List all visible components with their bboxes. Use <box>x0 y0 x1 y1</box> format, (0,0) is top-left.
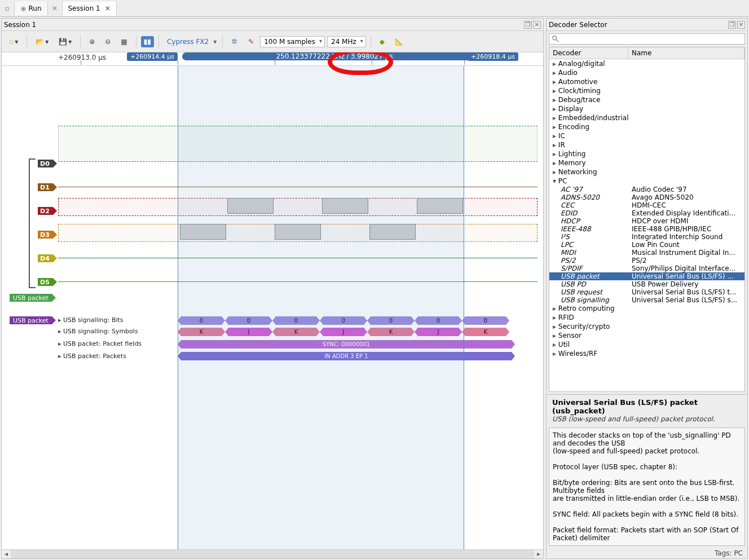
decoder-search-input[interactable] <box>549 33 745 45</box>
session-titlebar: Session 1 ❐ ✕ <box>2 19 543 31</box>
decoder-item[interactable]: MIDIMusical Instrument Digital In... <box>549 249 744 257</box>
decoder-item[interactable]: S/PDIFSony/Philips Digital Interface... <box>549 264 744 272</box>
decoder-category[interactable]: Memory <box>549 158 744 167</box>
session-toolbar: ▫▾ 📂▾ 💾▾ ⊕ ⊖ ▦ ▮▮ Cypress FX2 🛠 ✎ 100 M … <box>2 31 543 52</box>
channel-group-bracket <box>29 158 36 288</box>
channel-label-d1[interactable]: D1 <box>38 183 53 191</box>
decoder-category[interactable]: IC <box>549 131 744 140</box>
cursor-right-flag[interactable]: +260918.4 µs <box>468 52 518 61</box>
decoder-item[interactable]: EDIDExtended Display Identificati... <box>549 209 744 217</box>
channel-label-d0[interactable]: D0 <box>38 160 53 167</box>
trace-canvas[interactable]: +260913.0 µs +260914.4 µs 250.123377222 … <box>2 52 543 549</box>
decoder-item[interactable]: USB signallingUniversal Serial Bus (LS/F… <box>549 296 744 304</box>
zoom-in-button[interactable]: ⊕ <box>85 36 99 48</box>
col-decoder[interactable]: Decoder <box>549 47 628 59</box>
decoder-category[interactable]: Lighting <box>549 149 744 158</box>
device-select[interactable]: Cypress FX2 <box>164 38 218 46</box>
decoder-item[interactable]: AC '97Audio Codec '97 <box>549 186 744 193</box>
config-icon[interactable]: 🛠 <box>227 36 242 48</box>
channel-label-d2[interactable]: D2 <box>38 207 53 215</box>
decoder-row-packets[interactable]: USB packet: Packets <box>58 352 126 360</box>
close-icon[interactable]: ✕ <box>533 21 541 29</box>
restore-icon[interactable]: ❐ <box>728 21 736 29</box>
decoder-detail-description[interactable]: This decoder stacks on top of the 'usb_s… <box>549 427 745 546</box>
svg-line-1 <box>556 39 558 42</box>
decoder-item[interactable]: USB packetUniversal Serial Bus (LS/FS) .… <box>549 272 744 280</box>
bit-segment: 0 <box>462 316 509 325</box>
decoder-category[interactable]: Clock/timing <box>549 86 744 95</box>
new-session-button[interactable]: ▫▾ <box>5 36 22 48</box>
decoder-item[interactable]: HDCPHDCP over HDMI <box>549 217 744 225</box>
decoder-selector-pane: Decoder Selector ❐ ✕ Decoder Name Analog… <box>546 18 748 559</box>
selection-region[interactable] <box>178 66 464 549</box>
decoder-category[interactable]: Networking <box>549 167 744 177</box>
decoder-category[interactable]: Display <box>549 104 744 113</box>
search-field[interactable] <box>562 35 742 43</box>
decoder-category[interactable]: Automotive <box>549 77 744 86</box>
channel-label-d5[interactable]: D5 <box>38 278 53 286</box>
open-button[interactable]: 📂▾ <box>32 36 52 48</box>
samples-select[interactable]: 100 M samples <box>260 36 325 47</box>
cursor-freq: 250.123377222 kHz <box>276 52 345 60</box>
decoder-category[interactable]: Embedded/industrial <box>549 113 744 122</box>
decoder-item[interactable]: IEEE-488IEEE-488 GPIB/HPIB/IEC <box>549 225 744 233</box>
decoder-category[interactable]: Analog/digital <box>549 59 744 68</box>
decoder-item[interactable]: PS/2PS/2 <box>549 257 744 264</box>
close-icon[interactable]: ✕ <box>737 21 745 29</box>
zoom-fit-button[interactable]: ▦ <box>117 36 131 48</box>
run-dot-icon: ◉ <box>20 5 26 12</box>
save-button[interactable]: 💾▾ <box>55 36 76 48</box>
channel-label-d3[interactable]: D3 <box>38 231 53 239</box>
decoder-row-fields[interactable]: USB packet: Packet fields <box>58 340 142 347</box>
decoder-category[interactable]: Audio <box>549 68 744 77</box>
probe-icon[interactable]: ✎ <box>244 36 258 48</box>
decoder-category[interactable]: Util <box>549 340 744 349</box>
decoder-tag-usb2[interactable]: USB packet <box>10 316 52 324</box>
horizontal-scrollbar[interactable]: ◂▸ <box>2 549 543 558</box>
add-math-button[interactable]: 📐 <box>391 36 407 48</box>
tab-session[interactable]: Session 1 ✕ <box>63 2 117 16</box>
tab-tools-icon[interactable]: ✕ <box>48 1 63 16</box>
decoder-row-bits[interactable]: USB signalling: Bits <box>58 316 124 324</box>
session-pane: Session 1 ❐ ✕ ▫▾ 📂▾ 💾▾ ⊕ ⊖ ▦ ▮▮ Cypress … <box>1 18 544 559</box>
cursor-left-flag[interactable]: +260914.4 µs <box>127 52 178 61</box>
tab-run[interactable]: ◉ Run <box>15 2 48 15</box>
main-tabbar: ▫ ◉ Run ✕ Session 1 ✕ <box>0 0 749 17</box>
decoder-tags: Tags: PC <box>547 548 747 558</box>
col-name[interactable]: Name <box>628 47 744 59</box>
search-icon <box>552 35 559 43</box>
decoder-category[interactable]: Wireless/RF <box>549 349 744 358</box>
channel-label-d4[interactable]: D4 <box>38 254 53 262</box>
decoder-item[interactable]: I²SIntegrated Interchip Sound <box>549 233 744 241</box>
decoder-detail-title: Universal Serial Bus (LS/FS) packet (usb… <box>552 398 742 415</box>
cursors-button[interactable]: ▮▮ <box>141 36 154 47</box>
tab-newdoc-icon[interactable]: ▫ <box>0 1 15 16</box>
decoder-row-symbols[interactable]: USB signalling: Symbols <box>58 328 138 335</box>
decoder-item[interactable]: USB requestUniversal Serial Bus (LS/FS) … <box>549 288 744 296</box>
ruler-ticklabel: +260913.0 µs <box>58 54 106 61</box>
decoder-tree[interactable]: Decoder Name Analog/digitalAudioAutomoti… <box>549 47 745 392</box>
decoder-category[interactable]: Sensor <box>549 331 744 340</box>
decoder-category[interactable]: PC <box>549 177 744 186</box>
tab-session-label: Session 1 <box>68 5 100 12</box>
decoder-category[interactable]: RFID <box>549 313 744 322</box>
symbol-segment: K <box>462 328 509 336</box>
rate-select[interactable]: 24 MHz <box>327 36 366 47</box>
restore-icon[interactable]: ❐ <box>524 21 532 29</box>
decoder-category[interactable]: Encoding <box>549 122 744 131</box>
close-icon[interactable]: ✕ <box>105 5 111 12</box>
decoder-item[interactable]: USB PDUSB Power Delivery <box>549 280 744 288</box>
decoder-detail-subtitle: USB (low-speed and full-speed) packet pr… <box>552 415 742 423</box>
decoder-item[interactable]: LPCLow Pin Count <box>549 241 744 249</box>
decoder-item[interactable]: CECHDMI-CEC <box>549 201 744 209</box>
add-decoder-button[interactable]: ◆ <box>376 36 389 48</box>
decoder-category[interactable]: Debug/trace <box>549 95 744 104</box>
decoder-item[interactable]: ADNS-5020Avago ADNS-5020 <box>549 193 744 201</box>
cursor-range-band[interactable]: 250.123377222 kHz / 3.998027 µs <box>182 52 487 60</box>
session-title: Session 1 <box>4 21 36 29</box>
decoder-category[interactable]: Security/crypto <box>549 322 744 331</box>
decoder-category[interactable]: IR <box>549 140 744 149</box>
decoder-tag-usb1[interactable]: USB packet <box>10 294 52 302</box>
decoder-category[interactable]: Retro computing <box>549 304 744 313</box>
zoom-out-button[interactable]: ⊖ <box>101 36 114 48</box>
